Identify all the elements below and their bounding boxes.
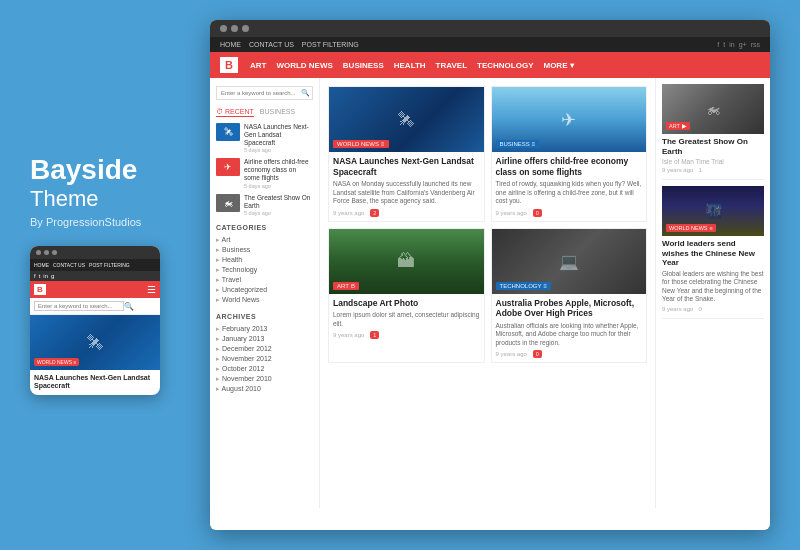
mobile-nav-contact: CONTACT US bbox=[53, 262, 85, 268]
sidebar-search-input[interactable] bbox=[221, 90, 301, 96]
desktop-top-bar bbox=[210, 20, 770, 37]
menu-world-news[interactable]: WORLD NEWS bbox=[276, 61, 332, 70]
article-card-2[interactable]: ✈ BUSINESS ≡ Airline offers child-free e… bbox=[491, 86, 648, 222]
article-image-2: ✈ BUSINESS ≡ bbox=[492, 87, 647, 152]
sidebar-tabs: ⏱ RECENT BUSINESS bbox=[216, 108, 313, 117]
mobile-top-bar bbox=[30, 246, 160, 259]
desktop-body: 🔍 ⏱ RECENT BUSINESS 🛰 NASA Launches Next… bbox=[210, 78, 770, 508]
right-card-meta-2: 9 years ago 0 bbox=[662, 306, 764, 312]
left-panel: Bayside Theme By ProgressionStudios HOME… bbox=[30, 155, 190, 395]
nav-social-f: f bbox=[717, 41, 719, 48]
article-image-1: 🛰 WORLD NEWS ≡ bbox=[329, 87, 484, 152]
nav-social-t: t bbox=[723, 41, 725, 48]
mountain-icon: 🏔 bbox=[397, 251, 415, 272]
desktop-nav-contact[interactable]: CONTACT US bbox=[249, 41, 294, 48]
menu-more[interactable]: MORE ▾ bbox=[543, 61, 573, 70]
cat-world-news[interactable]: World News bbox=[216, 295, 313, 305]
mobile-search-bar[interactable]: 🔍 bbox=[30, 298, 160, 315]
desktop-logo-bar: B ART WORLD NEWS BUSINESS HEALTH TRAVEL … bbox=[210, 52, 770, 78]
mobile-dot-1 bbox=[36, 250, 41, 255]
article-excerpt-3: Lorem ipsum dolor sit amet, consectetur … bbox=[333, 311, 480, 328]
article-badge-2: BUSINESS ≡ bbox=[496, 140, 540, 148]
article-excerpt-4: Australian officials are looking into wh… bbox=[496, 322, 643, 347]
sidebar-thumb-2: ✈ bbox=[216, 158, 240, 176]
badge-icon-4: ≡ bbox=[544, 283, 548, 289]
right-card-time-2: 9 years ago bbox=[662, 306, 693, 312]
right-badge-icon-1: ▶ bbox=[682, 123, 687, 129]
cat-uncategorized[interactable]: Uncategorized bbox=[216, 285, 313, 295]
mobile-article-badge: WORLD NEWS ≡ bbox=[34, 358, 79, 366]
mobile-dot-3 bbox=[52, 250, 57, 255]
right-card-1[interactable]: 🏍 ART ▶ The Greatest Show On Earth Isle … bbox=[662, 84, 764, 180]
sidebar-recent-item-3[interactable]: 🏍 The Greatest Show On Earth 5 days ago bbox=[216, 194, 313, 217]
sidebar-item-meta-1: 5 days ago bbox=[244, 147, 313, 153]
desktop-nav: HOME CONTACT US POST FILTERING f t in g+… bbox=[210, 37, 770, 52]
archive-feb-2013[interactable]: February 2013 bbox=[216, 324, 313, 334]
article-badge-1: WORLD NEWS ≡ bbox=[333, 140, 389, 148]
archive-nov-2012[interactable]: November 2012 bbox=[216, 354, 313, 364]
article-title-4: Australia Probes Apple, Microsoft, Adobe… bbox=[496, 298, 643, 319]
mobile-nav: HOME CONTACT US POST FILTERING bbox=[30, 259, 160, 271]
cat-travel[interactable]: Travel bbox=[216, 275, 313, 285]
article-content-2: Airline offers child-free economy class … bbox=[492, 152, 647, 221]
badge-icon-3: B bbox=[351, 283, 355, 289]
city-icon: 🌃 bbox=[705, 203, 722, 219]
archive-nov-2010[interactable]: November 2010 bbox=[216, 374, 313, 384]
article-time-4: 9 years ago bbox=[496, 351, 527, 357]
mobile-nav-home: HOME bbox=[34, 262, 49, 268]
cat-technology[interactable]: Technology bbox=[216, 265, 313, 275]
brand-tagline: Theme bbox=[30, 186, 190, 212]
mobile-social-bar: f t in g bbox=[30, 271, 160, 281]
right-card-badge-2: WORLD NEWS ≡ bbox=[666, 224, 716, 232]
article-title-1: NASA Launches Next-Gen Landsat Spacecraf… bbox=[333, 156, 480, 177]
article-title-2: Airline offers child-free economy class … bbox=[496, 156, 643, 177]
right-card-2[interactable]: 🌃 WORLD NEWS ≡ World leaders send wishes… bbox=[662, 186, 764, 319]
right-card-comments-1: 1 bbox=[698, 167, 701, 173]
sidebar-item-meta-2: 5 days ago bbox=[244, 183, 313, 189]
right-card-sub-1: Isle of Man Time Trial bbox=[662, 158, 764, 165]
archive-oct-2012[interactable]: October 2012 bbox=[216, 364, 313, 374]
satellite-icon: 🛰 bbox=[87, 334, 103, 352]
plane-icon: ✈ bbox=[561, 109, 576, 131]
cat-business[interactable]: Business bbox=[216, 245, 313, 255]
tab-business[interactable]: BUSINESS bbox=[260, 108, 295, 117]
right-card-image-2: 🌃 WORLD NEWS ≡ bbox=[662, 186, 764, 236]
archive-dec-2012[interactable]: December 2012 bbox=[216, 344, 313, 354]
menu-health[interactable]: HEALTH bbox=[394, 61, 426, 70]
mobile-logo-bar: B ☰ bbox=[30, 281, 160, 298]
mobile-search-input[interactable] bbox=[34, 301, 124, 311]
article-card-1[interactable]: 🛰 WORLD NEWS ≡ NASA Launches Next-Gen La… bbox=[328, 86, 485, 222]
sidebar-thumb-1: 🛰 bbox=[216, 123, 240, 141]
cat-art[interactable]: Art bbox=[216, 235, 313, 245]
article-meta-2: 9 years ago 0 bbox=[496, 209, 643, 217]
archive-aug-2010[interactable]: August 2010 bbox=[216, 384, 313, 394]
sidebar-search[interactable]: 🔍 bbox=[216, 86, 313, 100]
desktop-nav-post[interactable]: POST FILTERING bbox=[302, 41, 359, 48]
search-icon: 🔍 bbox=[124, 302, 134, 311]
article-excerpt-2: Tired of rowdy, squawking kids when you … bbox=[496, 180, 643, 205]
article-badge-3: ART B bbox=[333, 282, 359, 290]
menu-art[interactable]: ART bbox=[250, 61, 266, 70]
archive-jan-2013[interactable]: January 2013 bbox=[216, 334, 313, 344]
menu-travel[interactable]: TRAVEL bbox=[436, 61, 467, 70]
desktop-nav-social: f t in g+ rss bbox=[717, 41, 760, 48]
badge-icon-1: ≡ bbox=[381, 141, 385, 147]
menu-technology[interactable]: TECHNOLOGY bbox=[477, 61, 533, 70]
badge-label-1: WORLD NEWS bbox=[337, 141, 379, 147]
brand-by-line: By ProgressionStudios bbox=[30, 216, 190, 228]
sidebar-recent-item-1[interactable]: 🛰 NASA Launches Next-Gen Landsat Spacecr… bbox=[216, 123, 313, 153]
articles-bottom-row: 🏔 ART B Landscape Art Photo Lorem ipsum … bbox=[328, 228, 647, 364]
desktop-nav-home[interactable]: HOME bbox=[220, 41, 241, 48]
desktop-mockup: HOME CONTACT US POST FILTERING f t in g+… bbox=[210, 20, 770, 530]
article-card-4[interactable]: 💻 TECHNOLOGY ≡ Australia Probes Apple, M… bbox=[491, 228, 648, 364]
sidebar-recent-item-2[interactable]: ✈ Airline offers child-free economy clas… bbox=[216, 158, 313, 188]
right-badge-label-2: WORLD NEWS bbox=[669, 225, 708, 231]
tab-recent[interactable]: ⏱ RECENT bbox=[216, 108, 254, 117]
menu-business[interactable]: BUSINESS bbox=[343, 61, 384, 70]
mobile-social-g: g bbox=[51, 273, 54, 279]
article-card-3[interactable]: 🏔 ART B Landscape Art Photo Lorem ipsum … bbox=[328, 228, 485, 364]
cat-health[interactable]: Health bbox=[216, 255, 313, 265]
right-card-badge-1: ART ▶ bbox=[666, 122, 690, 130]
right-card-title-2: World leaders send wishes the Chinese Ne… bbox=[662, 239, 764, 268]
article-comments-1: 2 bbox=[370, 209, 379, 217]
